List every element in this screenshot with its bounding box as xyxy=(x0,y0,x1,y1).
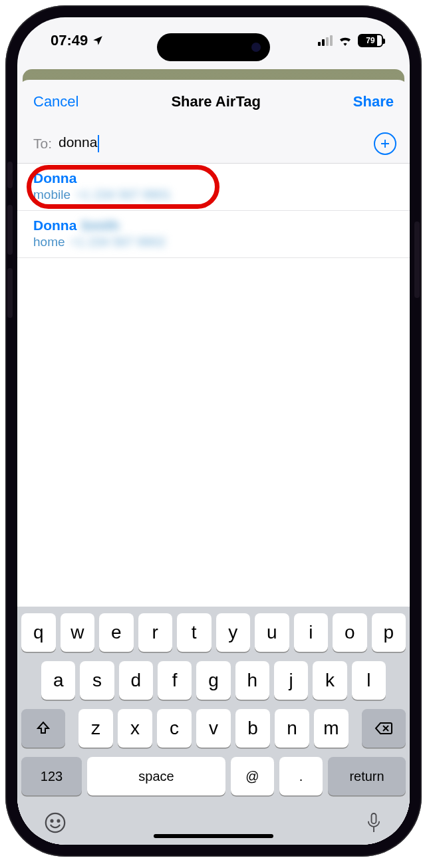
add-contact-button[interactable] xyxy=(374,132,396,155)
phone-frame: 07:49 79 Cancel Share AirTag Share To: d xyxy=(5,5,422,857)
shift-key[interactable] xyxy=(21,709,65,748)
to-input[interactable]: donna xyxy=(59,134,367,152)
dictation-button[interactable] xyxy=(364,811,383,837)
key-o[interactable]: o xyxy=(333,613,367,652)
plus-icon xyxy=(379,138,391,150)
at-key[interactable]: @ xyxy=(231,757,274,796)
emoji-icon xyxy=(44,811,67,834)
key-v[interactable]: v xyxy=(196,709,231,748)
key-p[interactable]: p xyxy=(372,613,406,652)
key-k[interactable]: k xyxy=(313,661,347,700)
nav-bar: Cancel Share AirTag Share xyxy=(17,80,410,124)
text-cursor xyxy=(98,135,99,152)
key-i[interactable]: i xyxy=(294,613,329,652)
numbers-key[interactable]: 123 xyxy=(21,757,82,796)
shift-icon xyxy=(35,720,51,736)
key-r[interactable]: r xyxy=(138,613,173,652)
suggestion-type: mobile xyxy=(33,188,71,202)
suggestion-type: home xyxy=(33,235,65,249)
to-field-row[interactable]: To: donna xyxy=(17,124,410,164)
key-c[interactable]: c xyxy=(157,709,192,748)
key-n[interactable]: n xyxy=(275,709,309,748)
key-g[interactable]: g xyxy=(196,661,230,700)
key-b[interactable]: b xyxy=(235,709,270,748)
svg-rect-7 xyxy=(372,813,376,823)
suggestion-name: Donna xyxy=(33,170,394,186)
return-key[interactable]: return xyxy=(328,757,406,796)
suggestion-detail-blurred: +1 234 567 8901 xyxy=(76,188,171,202)
key-d[interactable]: d xyxy=(119,661,153,700)
mic-icon xyxy=(364,811,383,834)
to-label: To: xyxy=(33,136,52,152)
battery-icon: 79 xyxy=(358,34,383,47)
sheet-title: Share AirTag xyxy=(171,93,260,110)
dot-key[interactable]: . xyxy=(279,757,323,796)
wifi-icon xyxy=(338,35,353,46)
volume-down xyxy=(7,268,13,318)
space-key[interactable]: space xyxy=(87,757,225,796)
side-switch xyxy=(7,162,13,188)
suggestion-row[interactable]: Donna Smith home +1 234 567 8902 xyxy=(17,211,410,258)
svg-point-5 xyxy=(51,820,53,822)
home-indicator[interactable] xyxy=(154,834,273,838)
emoji-button[interactable] xyxy=(44,811,67,837)
share-button[interactable]: Share xyxy=(353,93,394,110)
volume-up xyxy=(7,205,13,255)
cellular-icon xyxy=(318,35,333,46)
backspace-key[interactable] xyxy=(362,709,406,748)
svg-point-6 xyxy=(58,820,60,822)
key-m[interactable]: m xyxy=(314,709,349,748)
battery-pct: 79 xyxy=(366,36,374,45)
key-j[interactable]: j xyxy=(274,661,308,700)
key-u[interactable]: u xyxy=(255,613,289,652)
status-time: 07:49 xyxy=(51,32,88,49)
key-a[interactable]: a xyxy=(41,661,75,700)
svg-point-4 xyxy=(46,813,65,832)
key-w[interactable]: w xyxy=(61,613,95,652)
key-l[interactable]: l xyxy=(352,661,386,700)
suggestion-row[interactable]: Donna mobile +1 234 567 8901 xyxy=(17,164,410,211)
key-h[interactable]: h xyxy=(235,661,269,700)
dynamic-island xyxy=(157,33,270,61)
screen: 07:49 79 Cancel Share AirTag Share To: d xyxy=(17,17,410,845)
key-x[interactable]: x xyxy=(118,709,152,748)
backspace-icon xyxy=(374,721,393,736)
to-input-value: donna xyxy=(59,134,97,150)
key-q[interactable]: q xyxy=(21,613,56,652)
keyboard: qwertyuiop asdfghjkl zxcvbnm 123 space @… xyxy=(17,607,410,845)
key-e[interactable]: e xyxy=(99,613,134,652)
suggestion-name: Donna Smith xyxy=(33,217,394,233)
location-icon xyxy=(92,35,104,47)
power-button xyxy=(414,221,420,298)
share-sheet: Cancel Share AirTag Share To: donna xyxy=(17,80,410,845)
suggestion-detail-blurred: +1 234 567 8902 xyxy=(71,235,166,249)
key-z[interactable]: z xyxy=(78,709,113,748)
key-f[interactable]: f xyxy=(158,661,192,700)
cancel-button[interactable]: Cancel xyxy=(33,93,78,110)
key-y[interactable]: y xyxy=(216,613,251,652)
key-s[interactable]: s xyxy=(80,661,114,700)
key-t[interactable]: t xyxy=(177,613,212,652)
